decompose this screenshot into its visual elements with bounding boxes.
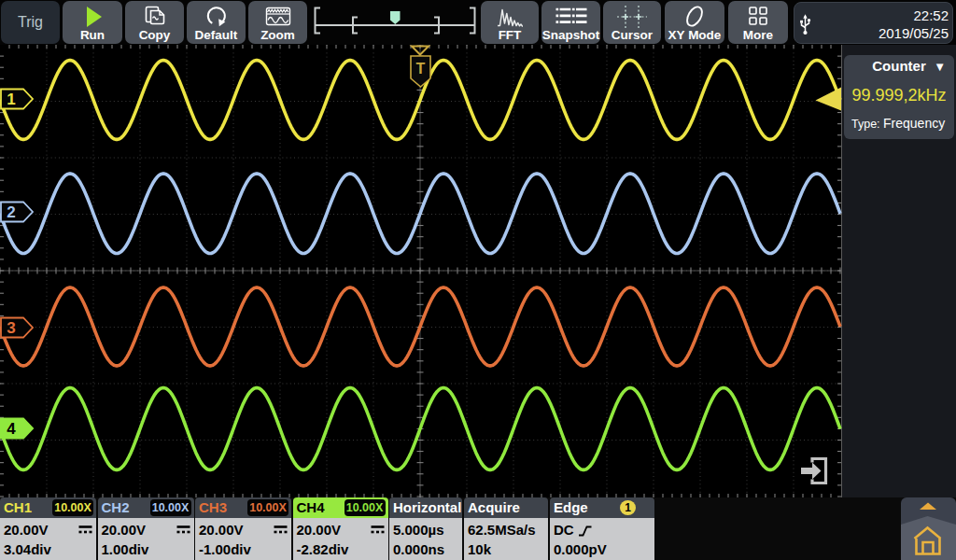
svg-text:4: 4 bbox=[7, 420, 16, 438]
svg-text:3: 3 bbox=[7, 319, 15, 337]
svg-text:1: 1 bbox=[7, 91, 15, 108]
svg-text:T: T bbox=[416, 61, 426, 77]
svg-text:2: 2 bbox=[7, 203, 15, 221]
